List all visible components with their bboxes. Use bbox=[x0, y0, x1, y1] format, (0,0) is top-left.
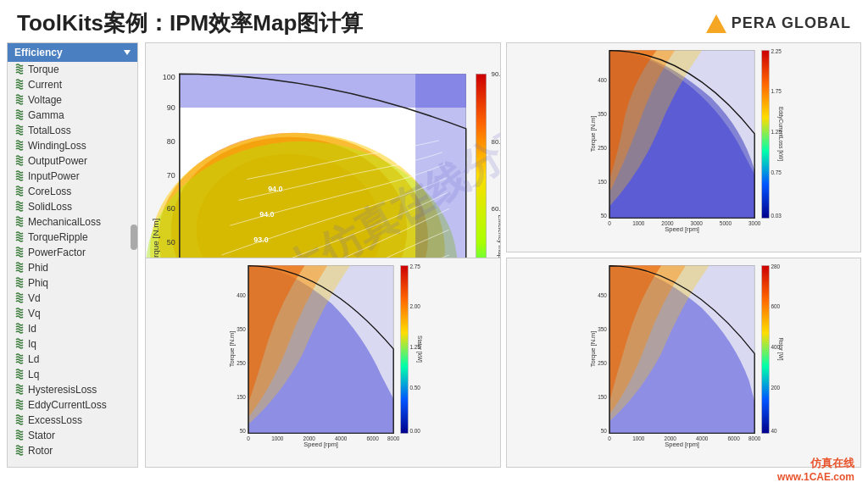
sidebar-item-label: HysteresisLoss bbox=[28, 384, 97, 396]
sidebar-item[interactable]: SolidLoss bbox=[8, 199, 137, 214]
svg-text:5000: 5000 bbox=[719, 220, 732, 226]
sidebar-item-label: Phid bbox=[28, 262, 48, 274]
sidebar-item[interactable]: Vd bbox=[8, 291, 137, 306]
svg-text:1000: 1000 bbox=[632, 220, 645, 226]
svg-text:50: 50 bbox=[167, 238, 175, 247]
footer: 仿真在线 www.1CAE.com bbox=[777, 456, 854, 483]
sidebar: Efficiency TorqueCurrentVoltageGammaTota… bbox=[7, 42, 138, 468]
sidebar-item[interactable]: HysteresisLoss bbox=[8, 382, 137, 397]
sidebar-item-label: TorqueRipple bbox=[28, 231, 88, 243]
zigzag-icon bbox=[14, 155, 25, 167]
zigzag-icon bbox=[14, 414, 25, 426]
svg-text:350: 350 bbox=[598, 111, 607, 117]
sidebar-item-label: WindingLoss bbox=[28, 140, 86, 152]
svg-text:80.0: 80.0 bbox=[492, 138, 500, 146]
svg-text:150: 150 bbox=[598, 179, 607, 185]
sidebar-item[interactable]: Phiq bbox=[8, 275, 137, 291]
svg-text:0.00: 0.00 bbox=[409, 428, 420, 434]
zigzag-icon bbox=[14, 262, 25, 274]
svg-rect-88 bbox=[401, 266, 409, 434]
sidebar-item-label: Voltage bbox=[28, 94, 62, 106]
svg-text:1.75: 1.75 bbox=[771, 88, 782, 94]
sidebar-item-label: OutputPower bbox=[28, 155, 87, 167]
sidebar-item[interactable]: Gamma bbox=[8, 108, 137, 123]
sidebar-item[interactable]: Iq bbox=[8, 336, 137, 352]
sidebar-item-label: Gamma bbox=[28, 109, 64, 121]
svg-text:3000: 3000 bbox=[748, 220, 761, 226]
sidebar-item[interactable]: WindingLoss bbox=[8, 138, 137, 153]
sidebar-item[interactable]: Ld bbox=[8, 352, 137, 367]
logo-area: PERA GLOBAL bbox=[706, 14, 851, 33]
sidebar-item-label: Torque bbox=[28, 64, 59, 75]
svg-rect-65 bbox=[761, 51, 769, 219]
svg-text:0: 0 bbox=[247, 435, 250, 441]
sidebar-item[interactable]: Torque bbox=[8, 62, 137, 77]
footer-line1: 仿真在线 bbox=[777, 456, 854, 471]
svg-text:2.25: 2.25 bbox=[771, 48, 782, 54]
svg-text:94.0: 94.0 bbox=[268, 185, 282, 193]
sidebar-item[interactable]: CoreLoss bbox=[8, 184, 137, 199]
svg-text:450: 450 bbox=[598, 292, 607, 298]
svg-text:8000: 8000 bbox=[387, 435, 400, 441]
svg-text:0.50: 0.50 bbox=[409, 385, 420, 391]
charts-area: 上海安世亚太仿真在线分享 bbox=[145, 42, 861, 468]
sidebar-item[interactable]: Phid bbox=[8, 260, 137, 275]
sidebar-item-label: Rotor bbox=[28, 445, 53, 457]
svg-text:60: 60 bbox=[167, 204, 175, 213]
sidebar-item-label: SolidLoss bbox=[28, 201, 72, 213]
sidebar-item-label: MechanicalLoss bbox=[28, 216, 101, 228]
sidebar-item[interactable]: InputPower bbox=[8, 169, 137, 184]
svg-text:280: 280 bbox=[771, 263, 780, 269]
zigzag-icon bbox=[14, 170, 25, 182]
sidebar-item[interactable]: TorqueRipple bbox=[8, 230, 137, 245]
svg-text:150: 150 bbox=[236, 394, 246, 400]
zigzag-icon bbox=[14, 247, 25, 258]
sidebar-item-label: Lq bbox=[28, 369, 39, 380]
sidebar-item[interactable]: TotalLoss bbox=[8, 123, 137, 138]
sidebar-item[interactable]: Vq bbox=[8, 306, 137, 321]
sidebar-item-label: Ld bbox=[28, 353, 39, 365]
svg-text:50: 50 bbox=[240, 428, 247, 434]
sidebar-selected-item[interactable]: Efficiency bbox=[8, 43, 137, 62]
sidebar-item[interactable]: MechanicalLoss bbox=[8, 214, 137, 230]
zigzag-icon bbox=[14, 323, 25, 335]
sidebar-item-label: Vd bbox=[28, 292, 41, 304]
zigzag-icon bbox=[14, 125, 25, 136]
sidebar-item-label: ExcessLoss bbox=[28, 414, 82, 426]
svg-text:100: 100 bbox=[163, 73, 175, 81]
sidebar-item[interactable]: Stator bbox=[8, 428, 137, 443]
svg-text:Speed [rpm]: Speed [rpm] bbox=[665, 441, 699, 448]
svg-text:0.03: 0.03 bbox=[771, 213, 782, 219]
sidebar-item[interactable]: Id bbox=[8, 321, 137, 336]
sidebar-item[interactable]: Current bbox=[8, 77, 137, 92]
chevron-down-icon bbox=[124, 50, 131, 55]
svg-text:250: 250 bbox=[598, 360, 607, 366]
zigzag-icon bbox=[14, 338, 25, 350]
svg-text:2000: 2000 bbox=[661, 220, 674, 226]
chart-top-right: Speed [rpm] Torque [N.m] 0 1000 2000 300… bbox=[506, 42, 862, 252]
sidebar-item[interactable]: OutputPower bbox=[8, 153, 137, 169]
sidebar-item[interactable]: Voltage bbox=[8, 92, 137, 108]
logo-text: PERA GLOBAL bbox=[732, 14, 851, 32]
sidebar-item[interactable]: ExcessLoss bbox=[8, 413, 137, 428]
svg-text:80: 80 bbox=[167, 137, 175, 146]
chart-bottom-left: Speed [rpm] Torque [N.m] 0 1000 2000 400… bbox=[145, 258, 501, 468]
svg-text:2.00: 2.00 bbox=[409, 303, 420, 309]
svg-text:2.75: 2.75 bbox=[409, 263, 420, 269]
svg-text:60.0: 60.0 bbox=[492, 205, 500, 213]
svg-text:50: 50 bbox=[600, 213, 607, 219]
stator-chart-svg: Speed [rpm] Torque [N.m] 0 1000 2000 400… bbox=[146, 258, 500, 467]
svg-rect-111 bbox=[761, 266, 769, 434]
svg-text:Speed [rpm]: Speed [rpm] bbox=[303, 441, 338, 448]
sidebar-item[interactable]: Lq bbox=[8, 367, 137, 382]
zigzag-icon bbox=[14, 353, 25, 365]
sidebar-item[interactable]: Rotor bbox=[8, 443, 137, 458]
sidebar-item[interactable]: PowerFactor bbox=[8, 245, 137, 260]
page-title: ToolKits案例：IPM效率Map图计算 bbox=[17, 8, 363, 38]
svg-text:Speed [rpm]: Speed [rpm] bbox=[665, 225, 699, 233]
sidebar-item[interactable]: EddyCurrentLoss bbox=[8, 397, 137, 413]
sidebar-item-label: Current bbox=[28, 79, 62, 91]
footer-line2: www.1CAE.com bbox=[777, 471, 854, 483]
svg-text:150: 150 bbox=[598, 394, 607, 400]
zigzag-icon bbox=[14, 445, 25, 457]
